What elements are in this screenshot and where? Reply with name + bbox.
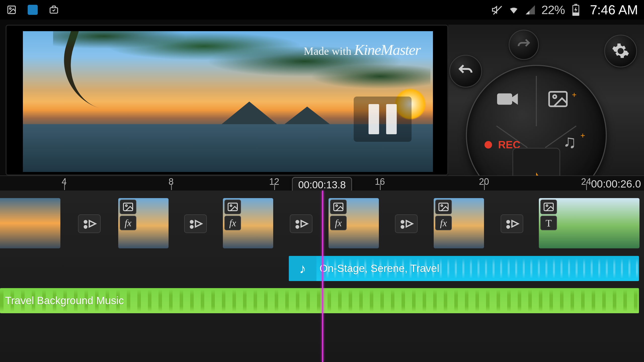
add-image-button[interactable]: +: [548, 91, 576, 111]
add-music-button[interactable]: ♫ +: [563, 131, 584, 152]
text-overlay-button[interactable]: T: [540, 216, 557, 230]
fx-button[interactable]: fx: [435, 216, 452, 230]
svg-point-14: [126, 205, 127, 207]
briefcase-icon: [48, 4, 59, 15]
android-status-bar: 22% 7:46 AM: [0, 0, 644, 20]
app-notif-icon: [27, 4, 38, 15]
transition-button[interactable]: [290, 214, 312, 233]
playhead-line[interactable]: [322, 191, 323, 362]
video-clip[interactable]: fx: [118, 198, 169, 248]
fx-button[interactable]: fx: [120, 216, 136, 230]
svg-point-22: [336, 205, 338, 207]
svg-rect-13: [124, 203, 133, 211]
svg-point-19: [296, 220, 299, 224]
preview-monitor[interactable]: Made with KineMaster: [6, 25, 448, 175]
svg-rect-2: [28, 5, 38, 15]
battery-icon: [570, 4, 581, 15]
pause-icon: [369, 104, 397, 134]
image-badge-icon: [120, 200, 136, 214]
transition-button[interactable]: [78, 214, 101, 233]
video-clip[interactable]: fx: [223, 198, 273, 248]
svg-point-10: [553, 95, 556, 98]
svg-point-30: [546, 205, 548, 207]
svg-point-1: [10, 8, 11, 10]
music-note-icon: ♪: [289, 256, 316, 281]
fx-button[interactable]: fx: [330, 216, 347, 230]
svg-rect-21: [334, 203, 343, 211]
wifi-icon: [508, 4, 519, 15]
svg-point-28: [506, 225, 510, 229]
plus-icon: +: [580, 131, 585, 140]
svg-point-16: [190, 225, 194, 229]
transition-button[interactable]: [501, 214, 523, 233]
settings-button[interactable]: [604, 35, 637, 67]
timeline-ruler[interactable]: 4 8 12 16 20 24 00:00:13.8 00:00:26.0: [0, 175, 644, 191]
svg-rect-7: [573, 13, 579, 15]
svg-rect-8: [497, 94, 512, 105]
video-clip[interactable]: fx: [329, 198, 379, 248]
fx-button[interactable]: fx: [224, 216, 241, 230]
svg-point-18: [230, 205, 232, 207]
svg-rect-6: [575, 4, 577, 5]
preview-video: Made with KineMaster: [23, 31, 433, 172]
control-panel: + REC ♫ + ♪: [448, 25, 644, 175]
svg-line-4: [493, 6, 502, 14]
plus-icon: +: [572, 90, 577, 100]
svg-point-12: [84, 225, 88, 229]
image-badge-icon: [330, 200, 347, 214]
svg-point-27: [506, 220, 510, 224]
add-video-button[interactable]: [497, 91, 520, 111]
image-badge-icon: [435, 200, 452, 214]
svg-point-20: [296, 225, 299, 229]
svg-rect-17: [228, 203, 237, 211]
clock-time: 7:46 AM: [590, 2, 638, 17]
image-icon: [548, 91, 568, 111]
camcorder-icon: [497, 91, 520, 111]
audio-clip-title: On-Stage, Serene, Travel: [319, 262, 439, 275]
pause-button[interactable]: [354, 97, 412, 142]
undo-button[interactable]: [449, 55, 482, 87]
battery-percent: 22%: [541, 3, 565, 17]
audio-clip[interactable]: ♪ On-Stage, Serene, Travel: [289, 256, 639, 281]
svg-rect-25: [439, 203, 448, 211]
svg-point-11: [84, 220, 88, 224]
svg-rect-29: [544, 203, 553, 211]
svg-point-23: [401, 220, 405, 224]
image-badge-icon: [540, 200, 557, 214]
svg-rect-9: [549, 92, 567, 106]
mute-icon: [492, 4, 503, 15]
transition-button[interactable]: [184, 214, 207, 233]
video-clip[interactable]: [0, 198, 60, 248]
audio-clip[interactable]: Travel Background Music: [0, 288, 639, 313]
timeline-tracks[interactable]: fx fx fx fx: [0, 191, 644, 362]
video-clip[interactable]: T: [539, 198, 639, 248]
svg-point-24: [401, 225, 405, 229]
total-duration: 00:00:26.0: [591, 178, 641, 190]
image-badge-icon: [224, 200, 241, 214]
music-note-icon: ♫: [563, 131, 576, 152]
gallery-icon: [6, 4, 17, 15]
redo-button[interactable]: [509, 30, 539, 60]
svg-point-26: [441, 205, 443, 207]
transition-button[interactable]: [395, 214, 418, 233]
audio-clip-title: Travel Background Music: [5, 295, 124, 307]
signal-icon: [525, 4, 536, 15]
video-clip[interactable]: fx: [434, 198, 484, 248]
svg-point-15: [190, 220, 194, 224]
watermark: Made with KineMaster: [304, 41, 420, 59]
